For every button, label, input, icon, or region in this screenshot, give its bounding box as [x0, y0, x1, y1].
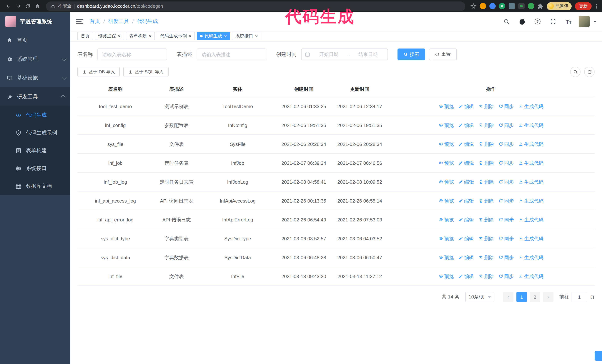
extensions-puzzle-icon[interactable] — [537, 3, 543, 9]
edit-link[interactable]: 编辑 — [459, 102, 474, 111]
table-desc-input[interactable] — [197, 49, 266, 60]
delete-link[interactable]: 删除 — [479, 234, 494, 243]
sidebar-item-dev-tools[interactable]: 研发工具 — [0, 87, 70, 106]
extension-icon-1[interactable] — [480, 3, 486, 9]
delete-link[interactable]: 删除 — [479, 253, 494, 262]
prev-page-button[interactable]: ‹ — [503, 292, 514, 302]
delete-link[interactable]: 删除 — [479, 215, 494, 224]
extension-icon-2[interactable] — [489, 3, 495, 9]
generate-code-link[interactable]: 生成代码 — [519, 140, 543, 148]
sidebar-subitem-system-api[interactable]: 系统接口 — [0, 160, 70, 177]
toggle-search-button[interactable] — [570, 67, 580, 77]
edit-link[interactable]: 编辑 — [459, 140, 474, 148]
preview-link[interactable]: 预览 — [439, 121, 454, 129]
close-icon[interactable]: × — [189, 33, 191, 38]
sync-link[interactable]: 同步 — [499, 215, 514, 224]
generate-code-link[interactable]: 生成代码 — [519, 121, 543, 129]
import-db-button[interactable]: 基于 DB 导入 — [77, 67, 120, 77]
sidebar-subitem-codegen-example[interactable]: 代码生成示例 — [0, 124, 70, 142]
header-search-button[interactable] — [501, 16, 512, 27]
delete-link[interactable]: 删除 — [479, 121, 494, 129]
preview-link[interactable]: 预览 — [439, 102, 454, 111]
sidebar-subitem-db-doc[interactable]: 数据库文档 — [0, 177, 70, 195]
preview-link[interactable]: 预览 — [439, 140, 454, 148]
extension-icon-6[interactable] — [528, 3, 534, 9]
sidebar-subitem-codegen[interactable]: 代码生成 — [0, 106, 70, 124]
breadcrumb-devtools[interactable]: 研发工具 — [108, 18, 129, 25]
extension-icon-3[interactable]: V — [499, 3, 505, 9]
fullscreen-button[interactable] — [548, 16, 559, 27]
font-size-button[interactable]: TT — [563, 16, 574, 27]
forward-button[interactable] — [13, 1, 23, 11]
sidebar-item-infrastructure[interactable]: 基础设施 — [0, 69, 70, 87]
generate-code-link[interactable]: 生成代码 — [519, 272, 543, 281]
avatar-caret-icon[interactable] — [593, 21, 596, 22]
page-button-2[interactable]: 2 — [530, 292, 540, 302]
sync-link[interactable]: 同步 — [499, 197, 514, 205]
preview-link[interactable]: 预览 — [439, 177, 454, 186]
back-top-button[interactable] — [595, 351, 602, 361]
page-button-1[interactable]: 1 — [516, 292, 527, 302]
generate-code-link[interactable]: 生成代码 — [519, 215, 543, 224]
sync-link[interactable]: 同步 — [499, 272, 514, 281]
edit-link[interactable]: 编辑 — [459, 272, 474, 281]
edit-link[interactable]: 编辑 — [459, 159, 474, 167]
reload-button[interactable] — [23, 1, 32, 11]
next-page-button[interactable]: › — [543, 292, 553, 302]
sidebar-subitem-form-builder[interactable]: 表单构建 — [0, 142, 70, 160]
close-icon[interactable]: × — [149, 33, 151, 38]
preview-link[interactable]: 预览 — [439, 234, 454, 243]
extension-icon-4[interactable] — [508, 3, 515, 9]
close-icon[interactable]: × — [224, 33, 227, 38]
search-button[interactable]: 搜索 — [398, 49, 425, 60]
github-link[interactable] — [516, 16, 527, 27]
delete-link[interactable]: 删除 — [479, 102, 494, 111]
preview-link[interactable]: 预览 — [439, 253, 454, 262]
tab-codegen-example[interactable]: 代码生成示例× — [157, 32, 195, 40]
edit-link[interactable]: 编辑 — [459, 177, 474, 186]
tab-codegen[interactable]: 代码生成× — [197, 32, 230, 40]
generate-code-link[interactable]: 生成代码 — [519, 177, 543, 186]
sync-link[interactable]: 同步 — [499, 177, 514, 186]
generate-code-link[interactable]: 生成代码 — [519, 159, 543, 167]
sidebar-toggle-icon[interactable] — [76, 19, 83, 24]
extension-icon-5[interactable] — [518, 3, 524, 9]
bookmark-star-icon[interactable] — [470, 3, 476, 9]
delete-link[interactable]: 删除 — [479, 159, 494, 167]
tab-home[interactable]: 首页 — [77, 32, 93, 40]
back-button[interactable] — [4, 1, 13, 11]
tab-tracing[interactable]: 链路追踪× — [95, 32, 124, 40]
refresh-table-button[interactable] — [584, 67, 595, 77]
delete-link[interactable]: 删除 — [479, 177, 494, 186]
tab-form-builder[interactable]: 表单构建× — [126, 32, 155, 40]
sidebar-item-home[interactable]: 首页 — [0, 31, 70, 50]
browser-update-button[interactable]: 更新 — [575, 2, 592, 10]
table-name-input[interactable] — [97, 49, 167, 60]
sync-link[interactable]: 同步 — [499, 121, 514, 129]
preview-link[interactable]: 预览 — [439, 197, 454, 205]
date-range-picker[interactable]: 开始日期 - 结束日期 — [301, 49, 388, 60]
delete-link[interactable]: 删除 — [479, 197, 494, 205]
sidebar-item-system-mgmt[interactable]: 系统管理 — [0, 50, 70, 69]
edit-link[interactable]: 编辑 — [459, 197, 474, 205]
generate-code-link[interactable]: 生成代码 — [519, 197, 543, 205]
close-icon[interactable]: × — [255, 33, 258, 38]
edit-link[interactable]: 编辑 — [459, 253, 474, 262]
home-button[interactable] — [32, 1, 42, 11]
address-bar[interactable]: 不安全 dashboard.yudao.iocoder.cn/tool/code… — [46, 1, 465, 11]
sync-link[interactable]: 同步 — [499, 102, 514, 111]
sync-link[interactable]: 同步 — [499, 140, 514, 148]
sidebar-logo[interactable]: 芋道管理系统 — [0, 12, 70, 31]
preview-link[interactable]: 预览 — [439, 215, 454, 224]
preview-link[interactable]: 预览 — [439, 272, 454, 281]
tab-system-api[interactable]: 系统接口× — [232, 32, 261, 40]
profile-paused-badge[interactable]: 已暂停 — [547, 2, 572, 10]
goto-page-input[interactable] — [572, 292, 587, 302]
generate-code-link[interactable]: 生成代码 — [519, 234, 543, 243]
preview-link[interactable]: 预览 — [439, 159, 454, 167]
page-size-select[interactable]: 10条/页 — [465, 292, 494, 302]
help-button[interactable]: ? — [532, 16, 543, 27]
edit-link[interactable]: 编辑 — [459, 215, 474, 224]
reset-button[interactable]: 重置 — [429, 49, 457, 60]
delete-link[interactable]: 删除 — [479, 140, 494, 148]
